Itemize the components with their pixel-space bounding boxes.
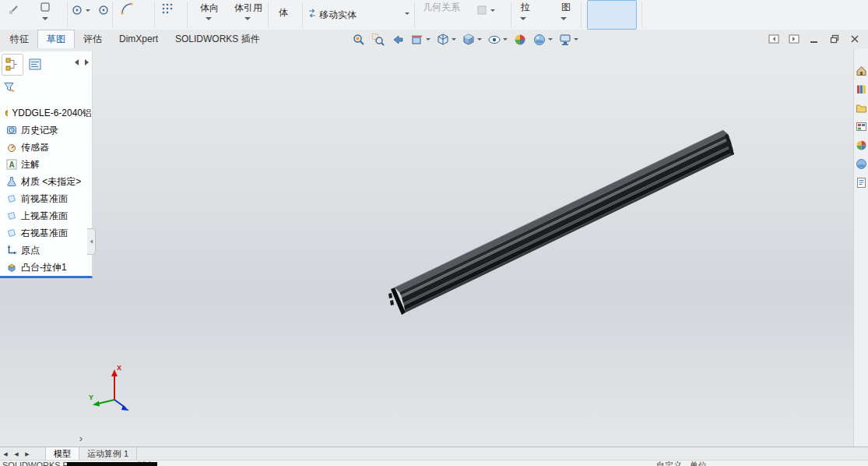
pane-right-icon [789,34,799,44]
propertymanager-tab[interactable] [25,54,47,76]
taskbar-fragment [67,462,157,466]
tree-item-annotations[interactable]: A 注解 [0,156,92,173]
tab-sketch[interactable]: 草图 [37,30,75,48]
tab-nav-next-button[interactable]: ▶ [22,448,33,460]
tab-nav-first-button[interactable]: ◀ [0,448,11,460]
view-settings-button[interactable] [557,32,580,48]
solidworks-window: 体向 体引用 体 移动实体 几何关系 拉 图 特征 草图 评估 D [0,0,868,466]
model-aluminum-extrusion[interactable] [388,130,734,315]
ribbon-button-fragment[interactable]: 体 [276,7,291,18]
ribbon-button-fragment[interactable]: 图 [559,2,573,12]
display-style-icon [462,33,476,47]
close-icon [849,34,860,44]
chevron-down-icon[interactable] [42,17,48,20]
tree-filter-icon[interactable] [3,81,16,94]
tree-item-top-plane[interactable]: 上视基准面 [0,207,92,224]
pane-collapse-left-button[interactable] [767,33,781,45]
chevron-down-icon[interactable] [477,38,482,41]
sketch-tool-icon[interactable] [8,3,20,16]
ribbon-button-fragment[interactable]: 拉 [518,2,532,12]
pattern-tool-icon[interactable] [160,2,174,16]
display-style-button[interactable] [460,32,483,48]
tree-item-label: 上视基准面 [21,210,68,223]
file-explorer-icon[interactable] [856,102,867,114]
resources-icon[interactable] [856,65,867,76]
restore-button[interactable] [828,33,842,45]
display-relations-button[interactable]: 几何关系 [419,2,464,12]
tree-item-history[interactable]: 历史记录 [0,122,92,139]
chevron-down-icon[interactable] [405,12,409,15]
chevron-down-icon[interactable] [426,38,430,41]
y-axis-arrow [93,401,100,407]
view-orientation-button[interactable] [434,32,458,48]
convert-entities-button[interactable]: 体引用 [227,2,269,13]
collapse-arrow-icon [90,239,93,244]
tree-item-boss-extrude[interactable]: 凸台-拉伸1 [0,259,92,276]
section-view-button[interactable] [409,32,432,48]
tree-item-right-plane[interactable]: 右视基准面 [0,224,92,242]
tab-motion-study[interactable]: 运动算例 1 [79,447,137,461]
scenes-icon[interactable] [856,158,867,170]
graphics-viewport[interactable]: X Y [0,49,854,447]
ribbon-pressed-button[interactable] [587,0,637,30]
arc-tool-icon[interactable] [120,2,134,16]
tab-evaluate[interactable]: 评估 [75,30,111,48]
close-button[interactable] [848,33,862,45]
annotations-icon: A [6,159,17,170]
propertymanager-icon [28,57,44,72]
tree-item-material[interactable]: 材质 <未指定> [0,173,92,190]
chevron-down-icon[interactable] [520,17,526,20]
panel-collapse-handle[interactable] [87,228,96,255]
edit-appearance-button[interactable] [511,32,529,48]
tree-item-front-plane[interactable]: 前视基准面 [0,190,92,207]
tree-item-part[interactable]: YDDGLE-6-2040铝 [0,104,92,122]
zoom-to-area-button[interactable] [370,32,387,48]
tab-dimxpert[interactable]: DimXpert [111,30,167,48]
tree-item-label: 原点 [21,244,40,257]
chevron-down-icon[interactable] [86,9,90,12]
panel-scroll-right-button[interactable]: › [75,432,87,445]
design-library-icon[interactable] [856,83,867,95]
tree-item-origin[interactable]: 原点 [0,242,92,259]
history-icon [6,125,17,136]
chevron-down-icon[interactable] [561,17,567,20]
circle-tool-icon[interactable] [98,5,109,16]
tab-solidworks-addins[interactable]: SOLIDWORKS 插件 [167,30,269,48]
chevron-down-icon[interactable] [452,38,456,41]
boss-extrude-icon [6,262,17,273]
pane-collapse-right-button[interactable] [787,33,801,45]
custom-properties-icon[interactable] [856,177,867,189]
tree-item-label: 前视基准面 [21,192,68,206]
chevron-down-icon[interactable] [548,38,553,41]
document-tab-bar: ◀ ◀ ▶ 模型 运动算例 1 [0,447,868,461]
scroll-left-icon[interactable] [75,59,79,65]
status-units-text[interactable]: 自定义 - 单位 [656,461,707,466]
section-view-icon [410,33,424,47]
tab-model[interactable]: 模型 [45,447,79,461]
move-entities-button[interactable]: 移动实体 [319,9,361,20]
minimize-button[interactable] [807,33,821,45]
hide-show-items-button[interactable] [486,32,509,48]
tab-features[interactable]: 特征 [2,30,37,48]
command-tabs: 特征 草图 评估 DimXpert SOLIDWORKS 插件 [2,30,269,48]
ribbon-button-fragment[interactable]: 体向 [192,2,227,13]
circle-tool-icon[interactable] [72,5,83,16]
featuremanager-tab[interactable] [2,54,23,76]
tree-item-sensors[interactable]: 传感器 [0,139,92,156]
chevron-down-icon[interactable] [206,17,212,20]
apply-scene-icon [532,33,546,47]
chevron-down-icon[interactable] [574,38,578,41]
zoom-to-fit-button[interactable] [350,32,367,48]
chevron-down-icon[interactable] [244,17,251,20]
previous-view-button[interactable] [389,32,406,48]
ribbon: 体向 体引用 体 移动实体 几何关系 拉 图 [0,0,868,30]
scroll-right-icon[interactable] [85,59,89,65]
sketch-tool-icon[interactable] [39,1,51,13]
chevron-down-icon[interactable] [490,9,495,12]
tab-nav-prev-button[interactable]: ◀ [11,448,22,460]
apply-scene-button[interactable] [531,32,554,48]
chevron-down-icon[interactable] [503,38,508,41]
tree-item-label: 注解 [21,158,40,171]
appearances-icon[interactable] [856,139,867,151]
view-palette-icon[interactable] [856,121,867,132]
